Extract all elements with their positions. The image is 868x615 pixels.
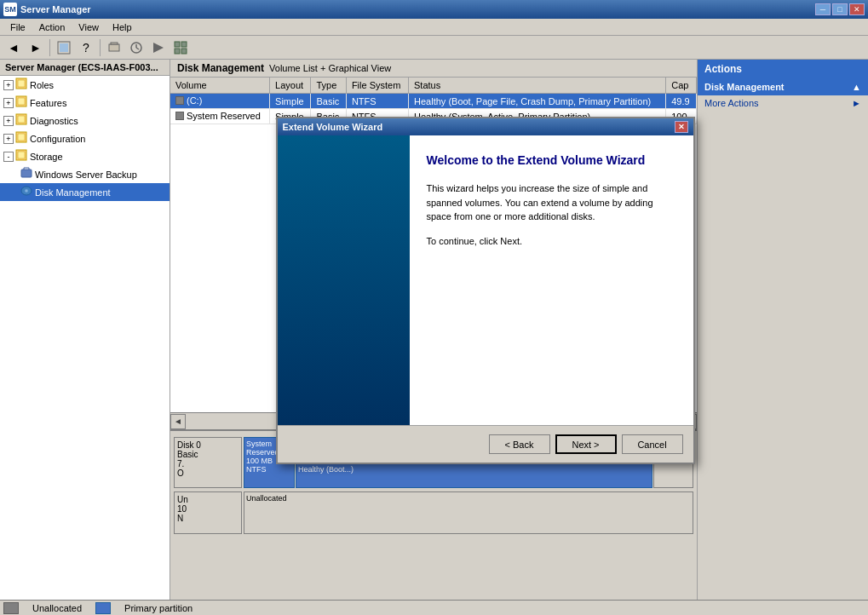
wizard-buttons: < Back Next > Cancel bbox=[278, 425, 693, 463]
wizard-close-button[interactable]: ✕ bbox=[675, 121, 688, 133]
wizard-overlay: Extend Volume Wizard ✕ Welcome to the Ex… bbox=[0, 0, 868, 615]
wizard-dialog: Extend Volume Wizard ✕ Welcome to the Ex… bbox=[276, 117, 695, 464]
wizard-titlebar: Extend Volume Wizard ✕ bbox=[278, 118, 693, 135]
cancel-button[interactable]: Cancel bbox=[622, 434, 683, 454]
back-button[interactable]: < Back bbox=[489, 434, 550, 454]
wizard-sidebar bbox=[278, 135, 410, 425]
wizard-body: Welcome to the Extend Volume Wizard This… bbox=[278, 135, 693, 425]
wizard-body2: To continue, click Next. bbox=[427, 234, 676, 249]
wizard-title: Extend Volume Wizard bbox=[283, 122, 383, 132]
wizard-heading: Welcome to the Extend Volume Wizard bbox=[427, 152, 676, 168]
wizard-body1: This wizard helps you increase the size … bbox=[427, 181, 676, 224]
next-button[interactable]: Next > bbox=[555, 434, 617, 454]
wizard-content: Welcome to the Extend Volume Wizard This… bbox=[410, 135, 693, 425]
